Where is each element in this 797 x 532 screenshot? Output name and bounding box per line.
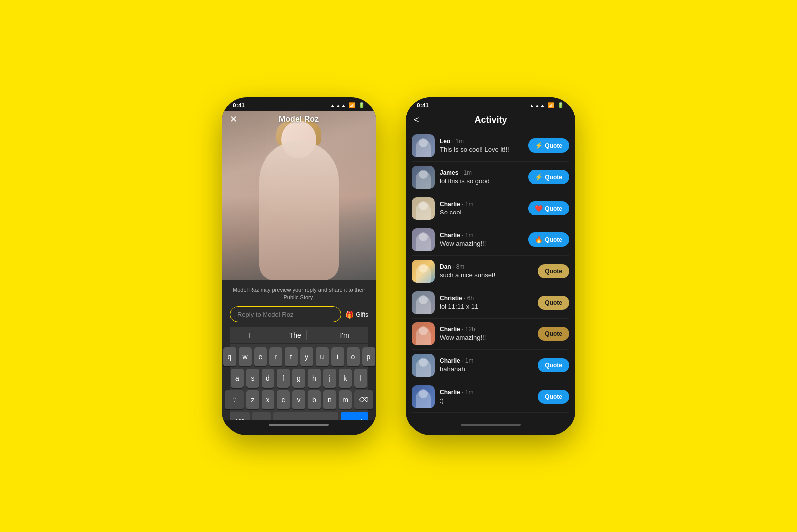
activity-meta: Charlie · 1m xyxy=(440,389,533,396)
key-x[interactable]: x xyxy=(262,390,274,409)
activity-list: Leo · 1m This is so cool! Love it!!! ⚡ Q… xyxy=(406,130,575,420)
key-v[interactable]: v xyxy=(292,390,305,409)
activity-content: Leo · 1m This is so cool! Love it!!! xyxy=(440,138,523,153)
activity-message: Wow amazing!!! xyxy=(440,240,523,247)
list-item: Charlie · 12h Wow amazing!!! Quote xyxy=(412,319,569,350)
back-button[interactable]: < xyxy=(414,115,419,125)
gifts-button[interactable]: 🎁 Gifts xyxy=(345,311,368,319)
key-d[interactable]: d xyxy=(262,369,274,388)
user-name: Christie xyxy=(440,295,462,302)
key-t[interactable]: t xyxy=(285,347,298,366)
avatar-head xyxy=(419,295,428,304)
activity-message: So cool xyxy=(440,209,523,216)
quote-button[interactable]: 🔥 Quote xyxy=(528,232,569,247)
num-key[interactable]: 123 xyxy=(230,412,250,419)
quote-button[interactable]: Quote xyxy=(538,358,569,372)
key-w[interactable]: w xyxy=(239,347,252,366)
key-a[interactable]: a xyxy=(231,369,244,388)
avatar xyxy=(412,322,435,345)
key-row-1: q w e r t y u i o p xyxy=(232,347,366,366)
shift-key[interactable]: ⇧ xyxy=(225,390,244,409)
key-u[interactable]: u xyxy=(316,347,329,366)
user-name: Charlie xyxy=(440,201,460,208)
status-bar-right: 9:41 ▲▲▲ 📶 🔋 xyxy=(406,97,575,111)
key-z[interactable]: z xyxy=(246,390,259,409)
send-key[interactable]: send xyxy=(341,412,368,419)
key-r[interactable]: r xyxy=(269,347,282,366)
time-left: 9:41 xyxy=(233,102,245,109)
list-item: Charlie · 1m hahahah Quote xyxy=(412,350,569,381)
key-h[interactable]: h xyxy=(308,369,321,388)
story-header: ✕ Model Roz xyxy=(222,111,376,128)
key-i[interactable]: i xyxy=(331,347,344,366)
list-item: Leo · 1m This is so cool! Love it!!! ⚡ Q… xyxy=(412,130,569,162)
backspace-key[interactable]: ⌫ xyxy=(354,390,373,409)
key-k[interactable]: k xyxy=(339,369,352,388)
gifts-label: Gifts xyxy=(356,311,368,318)
key-row-4: 123 ☺ space send xyxy=(232,412,366,419)
quote-button[interactable]: ❤️ Quote xyxy=(528,201,569,215)
battery-icon-right: 🔋 xyxy=(557,102,564,108)
reply-row: Reply to Model Roz 🎁 Gifts xyxy=(230,306,368,322)
reply-input[interactable]: Reply to Model Roz xyxy=(230,306,341,322)
battery-icon: 🔋 xyxy=(358,102,365,108)
avatar-head xyxy=(419,138,428,147)
autocomplete-word-3[interactable]: I'm xyxy=(335,330,354,340)
avatar-head xyxy=(419,232,428,241)
key-n[interactable]: n xyxy=(323,390,336,409)
autocomplete-word-2[interactable]: The xyxy=(284,330,307,340)
quote-button[interactable]: Quote xyxy=(538,327,569,341)
story-bottom: Model Roz may preview your reply and sha… xyxy=(222,280,376,420)
activity-content: Charlie · 1m Wow amazing!!! xyxy=(440,232,523,247)
activity-screen: < Activity Leo · 1m xyxy=(406,111,575,420)
key-p[interactable]: p xyxy=(362,347,375,366)
quote-icon: 🔥 xyxy=(535,236,543,243)
activity-content: Charlie · 12h Wow amazing!!! xyxy=(440,326,533,341)
reply-placeholder: Reply to Model Roz xyxy=(237,311,293,318)
key-y[interactable]: y xyxy=(300,347,313,366)
key-l[interactable]: l xyxy=(354,369,367,388)
time-right: 9:41 xyxy=(417,102,429,109)
quote-button[interactable]: Quote xyxy=(538,264,569,278)
user-name: Dan xyxy=(440,263,451,270)
close-button[interactable]: ✕ xyxy=(230,114,237,125)
signal-icon-right: ▲▲▲ xyxy=(529,103,545,108)
activity-message: such a nice sunset! xyxy=(440,271,533,279)
home-indicator-right xyxy=(461,424,521,426)
key-g[interactable]: g xyxy=(292,369,305,388)
key-o[interactable]: o xyxy=(347,347,360,366)
quote-button[interactable]: ⚡ Quote xyxy=(528,138,569,153)
emoji-key[interactable]: ☺ xyxy=(252,412,271,419)
key-m[interactable]: m xyxy=(339,390,352,409)
avatar-head xyxy=(419,326,428,335)
preview-text: Model Roz may preview your reply and sha… xyxy=(230,286,368,302)
key-e[interactable]: e xyxy=(254,347,267,366)
key-f[interactable]: f xyxy=(277,369,290,388)
key-c[interactable]: c xyxy=(277,390,290,409)
user-name: Charlie xyxy=(440,389,460,396)
avatar-head xyxy=(419,358,428,367)
key-b[interactable]: b xyxy=(308,390,321,409)
key-s[interactable]: s xyxy=(246,369,259,388)
activity-message: :) xyxy=(440,397,533,404)
quote-button[interactable]: Quote xyxy=(538,390,569,404)
activity-content: Charlie · 1m hahahah xyxy=(440,357,533,373)
signal-icon: ▲▲▲ xyxy=(330,103,346,108)
space-key[interactable]: space xyxy=(273,412,338,419)
avatar-head xyxy=(419,264,428,273)
autocomplete-word-1[interactable]: I xyxy=(244,330,256,340)
left-phone: 9:41 ▲▲▲ 📶 🔋 ✕ Model Roz xyxy=(222,97,376,435)
quote-button[interactable]: ⚡ Quote xyxy=(528,170,569,184)
list-item: Christie · 6h lol 11:11 x 11 Quote xyxy=(412,287,569,319)
avatar xyxy=(412,197,435,220)
user-name: Charlie xyxy=(440,326,460,333)
person-body xyxy=(259,141,339,280)
list-item: Dan · 8m such a nice sunset! Quote xyxy=(412,256,569,287)
user-name: Charlie xyxy=(440,232,460,239)
quote-button[interactable]: Quote xyxy=(538,296,569,310)
key-q[interactable]: q xyxy=(223,347,236,366)
quote-icon: ⚡ xyxy=(535,142,543,149)
key-j[interactable]: j xyxy=(323,369,336,388)
keyboard: q w e r t y u i o p a s d xyxy=(230,344,368,419)
activity-content: Dan · 8m such a nice sunset! xyxy=(440,263,533,279)
